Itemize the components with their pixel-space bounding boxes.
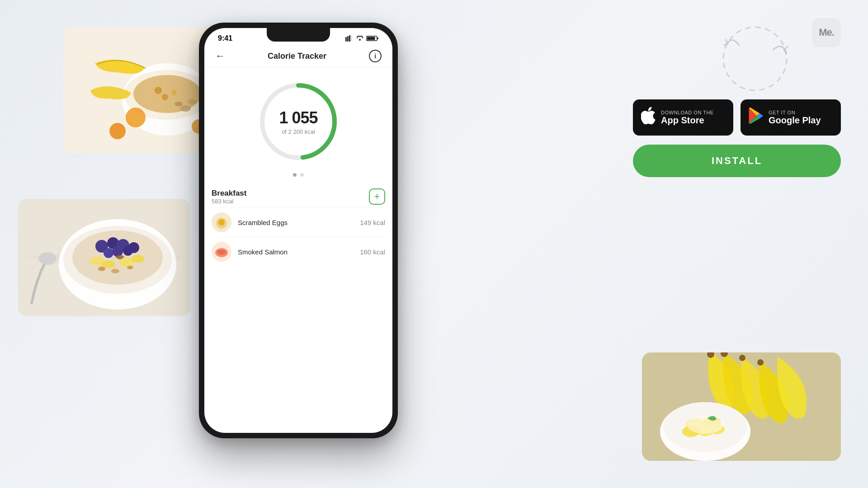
dot-1	[293, 173, 297, 177]
app-store-button[interactable]: Download on the App Store	[633, 99, 733, 136]
screen-title: Calorie Tracker	[268, 52, 326, 61]
svg-point-4	[133, 75, 201, 113]
calorie-section: 1 055 of 2 200 kcal	[204, 67, 392, 181]
phone-mockup: 9:41	[199, 23, 398, 456]
svg-point-0	[723, 27, 787, 90]
svg-point-40	[359, 39, 361, 41]
app-header: ← Calorie Tracker i	[204, 45, 392, 67]
svg-rect-43	[367, 37, 375, 40]
phone-notch	[267, 28, 330, 42]
food-icon-smoked-salmon	[212, 242, 231, 262]
svg-point-18	[38, 252, 57, 265]
food-kcal-2: 160 kcal	[360, 248, 385, 256]
svg-point-11	[180, 105, 191, 112]
svg-point-35	[127, 266, 133, 269]
app-store-text: Download on the App Store	[661, 110, 714, 125]
svg-rect-37	[347, 36, 349, 42]
svg-point-28	[123, 246, 133, 256]
calorie-value: 1 055	[279, 108, 317, 127]
right-panel: Download on the App Store GET IT ON Goog…	[633, 99, 841, 177]
svg-point-56	[739, 355, 745, 361]
calorie-total-label: of 2 200 kcal	[282, 128, 315, 135]
food-item-1: Scrambled Eggs 149 kcal	[212, 207, 385, 237]
google-play-icon	[749, 108, 763, 127]
status-icons	[345, 35, 379, 42]
svg-point-32	[132, 255, 144, 263]
svg-point-48	[218, 219, 225, 225]
svg-point-7	[162, 94, 168, 100]
svg-rect-42	[377, 38, 378, 39]
svg-rect-39	[351, 35, 352, 42]
store-buttons: Download on the App Store GET IT ON Goog…	[633, 99, 841, 136]
svg-rect-36	[345, 37, 347, 42]
pagination-dots	[293, 173, 304, 177]
svg-point-27	[112, 246, 123, 257]
info-button[interactable]: i	[369, 50, 382, 62]
meal-calories: 583 kcal	[212, 198, 247, 205]
food-kcal-1: 149 kcal	[360, 219, 385, 226]
svg-rect-38	[349, 35, 350, 42]
food-image-bottom-right	[642, 352, 841, 461]
svg-point-5	[155, 87, 162, 94]
meal-title: Breakfast	[212, 189, 247, 198]
svg-point-6	[171, 90, 177, 95]
dot-2	[300, 173, 304, 177]
svg-point-51	[217, 249, 226, 255]
dashed-circle-decoration	[714, 18, 796, 99]
me-badge[interactable]: Me.	[812, 18, 841, 47]
meal-header: Breakfast 583 kcal +	[212, 181, 385, 207]
svg-point-9	[109, 123, 126, 139]
apple-icon	[641, 107, 656, 128]
food-item-2: Smoked Salmon 160 kcal	[212, 237, 385, 266]
food-name-1: Scrambled Eggs	[238, 219, 360, 226]
food-name-2: Smoked Salmon	[238, 248, 360, 256]
add-meal-button[interactable]: +	[369, 188, 385, 205]
install-button[interactable]: INSTALL	[633, 145, 841, 177]
google-play-text: GET IT ON Google Play	[769, 110, 821, 125]
back-button[interactable]: ←	[215, 50, 225, 62]
svg-point-33	[98, 267, 105, 271]
food-icon-scrambled-eggs	[212, 212, 231, 232]
meal-section: Breakfast 583 kcal +	[204, 181, 392, 433]
svg-point-26	[104, 248, 113, 258]
svg-point-34	[111, 269, 119, 273]
svg-point-65	[687, 416, 723, 434]
svg-point-12	[188, 99, 197, 104]
calorie-ring: 1 055 of 2 200 kcal	[253, 76, 344, 167]
food-image-bottom-left	[18, 199, 190, 316]
svg-point-8	[126, 108, 146, 127]
svg-point-13	[175, 102, 183, 106]
svg-point-57	[757, 359, 764, 366]
google-play-button[interactable]: GET IT ON Google Play	[741, 99, 841, 136]
